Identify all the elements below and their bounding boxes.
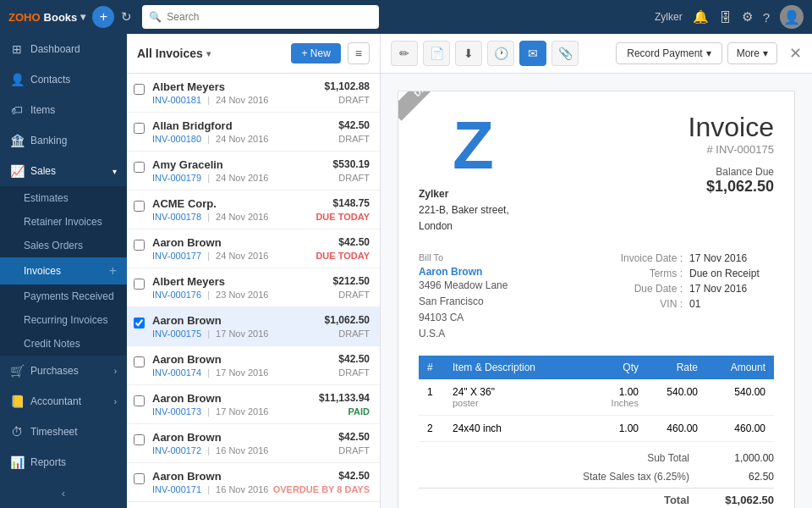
invoice-checkbox[interactable] [134,123,145,134]
invoice-id: INV-000178 [152,212,201,222]
list-title-dropdown[interactable]: All Invoices ▾ [137,47,211,60]
invoice-client-name: Aaron Brown [152,470,222,483]
row-amount: 540.00 [706,379,774,416]
invoice-date: 24 Nov 2016 [216,95,268,105]
invoice-checkbox[interactable] [134,356,145,367]
sidebar-item-sales[interactable]: 📈 Sales ▾ [0,156,127,186]
invoice-list-item[interactable]: Albert Meyers $212.50 INV-000176 | 23 No… [127,268,380,307]
sidebar-item-reports[interactable]: 📊 Reports [0,447,127,478]
invoice-amount: $1,102.88 [325,80,370,93]
invoice-checkbox[interactable] [134,201,145,212]
attachment-button[interactable]: 📎 [551,41,579,66]
record-payment-caret: ▾ [706,47,711,59]
notification-icon[interactable]: 🔔 [693,9,709,25]
storage-icon[interactable]: 🗄 [719,10,732,25]
sidebar-item-recurring[interactable]: Recurring Invoices [0,308,127,332]
invoice-list-item[interactable]: Albert Meyers $1,102.88 INV-000181 | 24 … [127,74,380,113]
sidebar-item-accountant[interactable]: 📒 Accountant › [0,386,127,417]
invoice-status: DUE TODAY [315,251,370,261]
invoice-date: 17 Nov 2016 [216,367,268,378]
new-invoice-button[interactable]: + New [291,43,340,64]
row-num: 1 [419,379,444,416]
invoice-status: DRAFT [338,290,370,300]
balance-due-header: Balance Due $1,062.50 [689,166,774,196]
edit-button[interactable]: ✏ [391,41,418,66]
purchases-icon: 🛒 [10,364,24,378]
col-qty: Qty [588,356,647,379]
invoice-checkbox[interactable] [134,162,145,173]
sidebar-collapse-button[interactable]: ‹ [0,478,127,508]
sidebar-item-invoices[interactable]: Invoices + [0,257,127,284]
refresh-button[interactable]: ↻ [121,9,132,25]
client-addr2: San Francisco [419,294,590,310]
invoice-checkbox[interactable] [134,395,145,406]
invoice-list-item[interactable]: Allan Bridgford $42.50 INV-000180 | 24 N… [127,113,380,152]
sidebar-item-banking[interactable]: 🏦 Banking [0,125,127,156]
invoice-id: INV-000175 [152,329,201,339]
invoice-checkbox[interactable] [134,434,145,445]
invoice-list-item[interactable]: ACME Corp. $148.75 INV-000178 | 24 Nov 2… [127,190,380,229]
invoice-header: Z Zylker 221-B, Baker street, London Inv… [419,112,774,235]
sidebar-label-sales-orders: Sales Orders [24,240,83,251]
tax-label: State Sales tax (6.25%) [571,471,706,483]
meta-invoice-date-value: 17 Nov 2016 [689,252,774,264]
bill-to-label: Bill To [419,252,590,262]
invoice-checkbox[interactable] [134,279,145,290]
reports-icon: 📊 [10,456,24,469]
sidebar-item-sales-orders[interactable]: Sales Orders [0,234,127,257]
add-button[interactable]: + [92,6,114,28]
invoice-status: DUE TODAY [315,212,370,222]
invoice-list-item[interactable]: Amy Gracelin $530.19 INV-000179 | 24 Nov… [127,152,380,190]
list-menu-button[interactable]: ≡ [348,42,370,64]
sidebar-label-dashboard: Dashboard [30,43,80,55]
record-payment-button[interactable]: Record Payment ▾ [616,42,721,64]
avatar[interactable]: 👤 [780,5,804,29]
sidebar-label-items: Items [30,104,55,116]
sidebar-item-timesheet[interactable]: ⏱ Timesheet [0,417,127,447]
invoice-list-item[interactable]: Aaron Brown $42.50 INV-000174 | 17 Nov 2… [127,346,380,385]
tax-value: 62.50 [706,471,774,483]
invoice-checkbox[interactable] [134,240,145,251]
meta-due-date-label: Due Date : [606,283,683,295]
invoice-checkbox[interactable] [134,318,145,329]
sidebar-item-credit-notes[interactable]: Credit Notes [0,332,127,356]
sidebar-item-retainer[interactable]: Retainer Invoices [0,210,127,234]
meta-invoice-date-row: Invoice Date : 17 Nov 2016 [603,252,774,264]
download-button[interactable]: ⬇ [455,41,482,66]
email-button[interactable]: ✉ [519,41,546,66]
settings-icon[interactable]: ⚙ [742,9,753,25]
sidebar-item-payments[interactable]: Payments Received [0,284,127,308]
subtotal-value: 1,000.00 [706,452,774,464]
totals-section: Sub Total 1,000.00 State Sales tax (6.25… [419,449,774,508]
sidebar-item-contacts[interactable]: 👤 Contacts [0,64,127,95]
company-address2: London [419,218,509,235]
sidebar-item-purchases[interactable]: 🛒 Purchases › [0,356,127,386]
invoice-list-item[interactable]: Aaron Brown $42.50 INV-000177 | 24 Nov 2… [127,229,380,268]
purchases-arrow: › [114,367,117,376]
invoice-list-item[interactable]: Aaron Brown $1,062.50 INV-000175 | 17 No… [127,307,380,346]
add-invoice-icon[interactable]: + [109,263,117,279]
invoice-checkbox[interactable] [134,473,145,484]
help-icon[interactable]: ? [763,10,770,25]
sidebar-label-accountant: Accountant [30,395,81,407]
sidebar-item-items[interactable]: 🏷 Items [0,95,127,125]
sidebar-item-dashboard[interactable]: ⊞ Dashboard [0,34,127,64]
close-button[interactable]: ✕ [789,44,802,63]
sidebar-item-estimates[interactable]: Estimates [0,186,127,210]
sidebar-label-purchases: Purchases [30,365,79,377]
client-addr1: 3496 Meadow Lane [419,278,590,294]
invoice-list-item[interactable]: Aaron Brown $42.50 INV-000171 | 16 Nov 2… [127,463,380,502]
search-bar: 🔍 [142,5,379,29]
topbar-right: Zylker 🔔 🗄 ⚙ ? 👤 [655,5,804,29]
pdf-button[interactable]: 📄 [423,41,450,66]
search-input[interactable] [167,11,372,23]
more-button[interactable]: More ▾ [727,42,777,64]
invoice-checkbox[interactable] [134,84,145,95]
invoice-list-item[interactable]: Aaron Brown $42.50 INV-000172 | 16 Nov 2… [127,424,380,463]
invoice-status: DRAFT [338,134,370,144]
accountant-icon: 📒 [10,395,24,408]
detail-toolbar: ✏ 📄 ⬇ 🕐 ✉ 📎 Record Payment ▾ More ▾ ✕ [381,34,812,74]
invoice-list-item[interactable]: Aaron Brown $11,133.94 INV-000173 | 17 N… [127,385,380,424]
history-button[interactable]: 🕐 [487,41,514,66]
items-table: # Item & Description Qty Rate Amount 1 2… [419,356,774,442]
